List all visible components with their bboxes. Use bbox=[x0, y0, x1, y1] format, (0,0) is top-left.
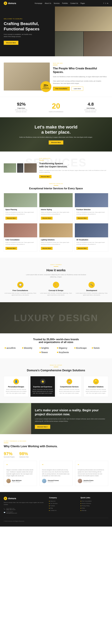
testimonial-text-1: Domura designers did an excellent job at… bbox=[42, 469, 70, 477]
link-dot bbox=[80, 503, 81, 504]
twitter-icon[interactable]: t bbox=[105, 2, 106, 4]
design-card-title-2: Comprehensive Services bbox=[59, 386, 80, 388]
innovative-icon: 💡 bbox=[93, 379, 99, 384]
footer-logo-text: domura bbox=[8, 497, 16, 500]
footer-logo-icon: D bbox=[4, 497, 7, 500]
link-dot bbox=[49, 503, 50, 504]
cta-button[interactable]: Discover Now > bbox=[35, 425, 50, 429]
footer-link-services: Our Services bbox=[49, 503, 77, 504]
nav-contact[interactable]: Contact Us bbox=[70, 2, 78, 4]
how-step-title-0: Free Consultations bbox=[4, 290, 37, 291]
stat-years-label: YEARS OF EXPERIENCE bbox=[49, 111, 63, 112]
testimonial-text-2: Exceptional professionalism and commitme… bbox=[78, 469, 106, 477]
quote-icon-0: " bbox=[6, 464, 34, 468]
services-desc: Adipisci consequat elit amet lorem diam.… bbox=[39, 170, 108, 173]
service-card-title-2: Furniture Selection bbox=[76, 209, 106, 210]
footer-quick-links: Free Consultation Terms of Service Priva… bbox=[80, 500, 108, 511]
service-card-body-4: Lighting Solutions Dutiis non flexibimus… bbox=[39, 238, 73, 252]
service-card-cta-2[interactable]: Discover More bbox=[76, 217, 88, 220]
testimonial-author-2: Jasmine Evans Business Owner bbox=[78, 479, 106, 483]
service-card-cta-3[interactable]: Discover More bbox=[6, 247, 17, 250]
author-role-0: Interior Designer bbox=[12, 481, 22, 482]
services-header-img-3 bbox=[24, 163, 37, 173]
footer-phone: (888) 356.0+474 bbox=[6, 509, 16, 510]
nav-portfolio[interactable]: Portfolio bbox=[62, 2, 68, 4]
free-consultation-button[interactable]: Free Consultation bbox=[53, 87, 70, 91]
stat-project-label: Project Done Donec nec, lorem nec, commo… bbox=[14, 107, 29, 112]
stat-satisfaction-label: Satisfaction Rate bbox=[19, 456, 28, 458]
stat-satisfaction-number: 98% bbox=[19, 451, 28, 456]
linkedin-icon[interactable]: in bbox=[107, 2, 108, 4]
design-card-3: 💡 Innovative Solutions Whois consectetur… bbox=[84, 376, 108, 397]
nav-services[interactable]: Services bbox=[54, 2, 60, 4]
cta-section: Let's make your vision a reality. Begin … bbox=[0, 403, 112, 434]
service-card-body-3: Color Consultation Dutiis non flexibimus… bbox=[4, 238, 37, 252]
hero-section: WELCOME TO DOMURA Crafting Beautiful, Fu… bbox=[0, 6, 112, 56]
footer-link-portfolio: Portfolio bbox=[49, 505, 77, 506]
how-step-title-2: Development bbox=[75, 290, 108, 291]
world-banner-cta[interactable]: Discover More bbox=[49, 140, 63, 144]
link-dot bbox=[49, 508, 50, 508]
footer-link-faqs: FAQs bbox=[80, 508, 108, 509]
testimonial-card-1: " Domura designers did an excellent job … bbox=[39, 461, 72, 486]
footer-company-col: Company About Us Our Services bbox=[49, 497, 77, 515]
design-card-title-1: Expertise and Experience bbox=[32, 386, 53, 388]
brand-accufirm: accufirm bbox=[5, 347, 20, 349]
service-card-desc-2: Dutiis non flexibimus ornare met. Class … bbox=[76, 212, 106, 215]
brand-dot-2 bbox=[40, 347, 41, 348]
services-section: SERVICES OUR SERVICES Transforming Space… bbox=[0, 152, 112, 258]
services-header-text: OUR SERVICES Transforming Spaces with Ou… bbox=[39, 158, 108, 178]
author-role-1: Homeowner bbox=[48, 481, 59, 482]
service-card-body-0: Space Planning Dutiis non flexibimus orn… bbox=[4, 207, 37, 221]
nav-homepage[interactable]: Homepage bbox=[35, 2, 42, 4]
service-card-cta-5[interactable]: Discover More bbox=[76, 247, 88, 250]
luxury-banner: Luxury Design bbox=[0, 302, 112, 333]
brand-bloomly: bloomly bbox=[22, 347, 38, 349]
footer-desc: Morbi et semper diam. Nec esse liguia mo… bbox=[4, 502, 45, 506]
services-title: Transforming Spaces with Our Expert Serv… bbox=[39, 162, 108, 168]
services-grid-subtitle: SERVICE CATALOG bbox=[4, 183, 108, 184]
nav-about[interactable]: About Us bbox=[45, 2, 51, 4]
author-name-1: Alexzand Gomez bbox=[48, 480, 59, 481]
about-desc-2: Class aptent taciti sociosqu ad litora t… bbox=[53, 80, 108, 84]
footer-link-sitemap: Sitemap bbox=[80, 510, 108, 511]
service-card-cta-0[interactable]: Discover More bbox=[6, 217, 17, 220]
design-subtitle: READ NO OFFER bbox=[4, 364, 108, 366]
footer-link-contact: Contact Us bbox=[49, 510, 77, 511]
service-card-desc-0: Dutiis non flexibimus ornare met. Class … bbox=[6, 212, 36, 215]
testimonials-section: CLIENT FEEDBACK & REVIEWS Why Clients Lo… bbox=[0, 434, 112, 492]
about-section: 20+ YEARS OF EXPERIENCE WHO WE ARE The P… bbox=[0, 56, 112, 97]
service-card-cta-4[interactable]: Discover More bbox=[41, 247, 52, 250]
testimonials-subtitle: CLIENT FEEDBACK & REVIEWS bbox=[4, 440, 108, 442]
cta-text: Let's make your vision a reality. Begin … bbox=[31, 404, 112, 434]
service-card-img-3 bbox=[4, 224, 37, 238]
stat-years: 20 YEARS OF EXPERIENCE bbox=[49, 102, 63, 112]
service-card-img-0 bbox=[4, 193, 37, 207]
design-card-0: 👤 Personalized Designs Whois consectetur… bbox=[4, 376, 28, 397]
service-card-cta-1[interactable]: Discover More bbox=[41, 217, 52, 220]
author-name-2: Jasmine Evans bbox=[84, 480, 94, 481]
navbar-logo: D domura bbox=[4, 2, 16, 5]
comprehensive-icon: 🏠 bbox=[66, 379, 72, 384]
services-cta-button[interactable]: Discover More bbox=[39, 175, 52, 178]
services-grid-header: SERVICE CATALOG Exceptional Interior Ser… bbox=[4, 183, 108, 190]
brands-grid: accufirm bloomly brighto Digancy EcoScap… bbox=[4, 347, 108, 354]
world-banner-content: Let's make the world a better place. Dut… bbox=[20, 124, 93, 144]
nav-pages[interactable]: Pages bbox=[80, 2, 85, 4]
service-card-title-1: Interior Styling bbox=[41, 209, 71, 210]
hero-title: Crafting Beautiful, Functional Spaces bbox=[4, 21, 51, 32]
service-card-body-5: 3D Visualization Dutiis non flexibimus o… bbox=[75, 238, 108, 252]
hero-right bbox=[55, 6, 112, 56]
link-dot bbox=[80, 506, 81, 506]
learn-more-button[interactable]: Learn More bbox=[72, 87, 83, 91]
logo-icon: D bbox=[4, 2, 7, 5]
brand-fomm: fomm bbox=[92, 347, 107, 349]
services-header-img-1 bbox=[4, 163, 16, 173]
quote-icon-1: " bbox=[42, 464, 70, 468]
development-icon: 🔨 bbox=[88, 282, 95, 288]
hero-cta-button[interactable]: Discover More bbox=[4, 41, 18, 45]
footer-link-terms: Terms of Service bbox=[80, 503, 108, 504]
brand-dot-5 bbox=[92, 347, 93, 348]
facebook-icon[interactable]: f bbox=[104, 2, 104, 4]
design-card-2: 🏠 Comprehensive Services Whois consectet… bbox=[57, 376, 82, 397]
